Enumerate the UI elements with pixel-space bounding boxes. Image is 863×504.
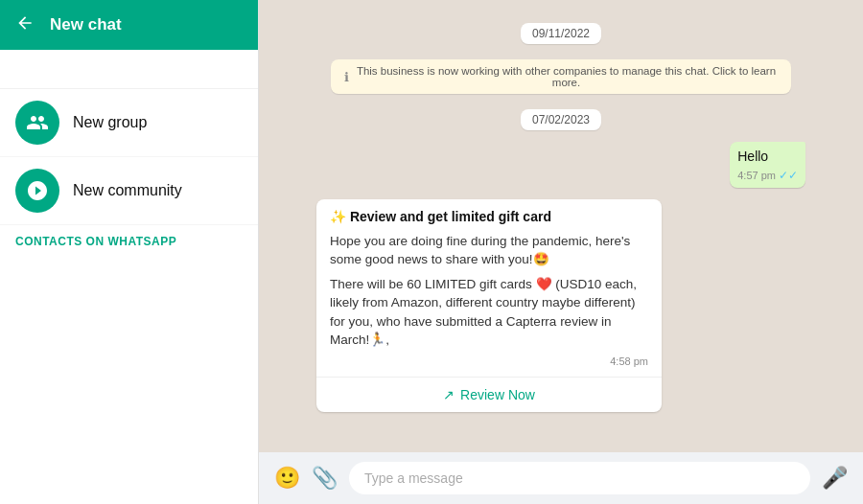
info-icon: ℹ — [344, 70, 349, 84]
chat-area: 09/11/2022 ℹ This business is now workin… — [259, 0, 863, 452]
new-group-label: New group — [73, 114, 147, 131]
hello-text: Hello — [737, 148, 798, 167]
search-bar — [0, 50, 258, 89]
review-now-label: Review Now — [460, 387, 535, 402]
message-card-row: ✨ Review and get limited gift card Hope … — [316, 195, 805, 416]
new-group-item[interactable]: New group — [0, 89, 258, 157]
contacts-header: CONTACTS ON WHATSAPP — [0, 225, 258, 254]
message-card: ✨ Review and get limited gift card Hope … — [316, 199, 662, 412]
hello-bubble: Hello 4:57 pm ✓✓ — [730, 142, 805, 188]
hello-time: 4:57 pm ✓✓ — [737, 169, 798, 182]
community-icon — [15, 169, 59, 213]
info-text: This business is now working with other … — [355, 65, 778, 88]
mic-icon[interactable]: 🎤 — [822, 466, 848, 491]
attach-icon[interactable]: 📎 — [312, 466, 338, 491]
message-tick: ✓✓ — [779, 169, 798, 182]
date-badge-2: 07/02/2023 — [521, 109, 601, 130]
panel-title: New chat — [50, 15, 122, 34]
back-button[interactable] — [15, 13, 35, 37]
card-text-2: There will be 60 LIMITED gift cards ❤️ (… — [330, 275, 648, 350]
card-text-1: Hope you are doing fine during the pande… — [330, 232, 648, 269]
left-panel: New chat New group — [0, 0, 259, 504]
group-icon — [15, 101, 59, 145]
date-badge-1: 09/11/2022 — [521, 23, 601, 44]
card-title: ✨ Review and get limited gift card — [330, 209, 648, 224]
panel-header: New chat — [0, 0, 258, 50]
card-body: ✨ Review and get limited gift card Hope … — [316, 199, 662, 377]
hello-message-row: Hello 4:57 pm ✓✓ — [316, 142, 805, 188]
info-banner[interactable]: ℹ This business is now working with othe… — [331, 59, 791, 94]
review-now-link[interactable]: ↗ Review Now — [316, 377, 662, 412]
bottom-bar: 🙂 📎 🎤 — [259, 452, 863, 504]
search-input[interactable] — [10, 57, 248, 80]
card-time: 4:58 pm — [330, 355, 648, 367]
new-community-label: New community — [73, 182, 182, 199]
menu-items: New group New community CONTACTS ON WHAT… — [0, 89, 258, 504]
message-input[interactable] — [349, 462, 810, 494]
external-link-icon: ↗ — [443, 387, 455, 402]
new-community-item[interactable]: New community — [0, 157, 258, 225]
right-panel: 09/11/2022 ℹ This business is now workin… — [259, 0, 863, 504]
emoji-icon[interactable]: 🙂 — [274, 466, 300, 491]
